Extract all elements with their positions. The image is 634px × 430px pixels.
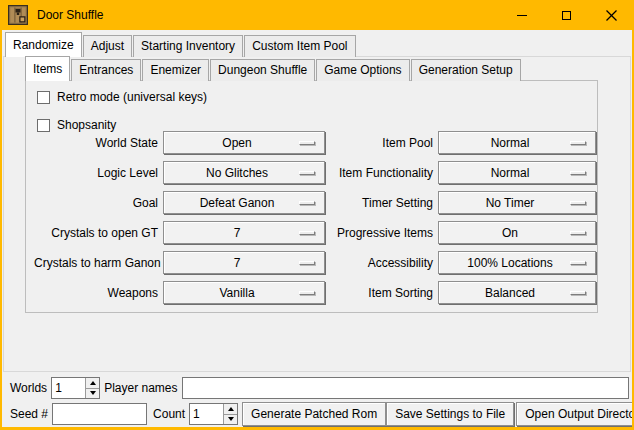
close-icon — [606, 10, 617, 21]
tab-custom-item-pool[interactable]: Custom Item Pool — [244, 35, 355, 57]
dropdown-indicator-icon — [570, 291, 586, 295]
dropdown-indicator-icon — [299, 291, 315, 295]
crystals-gt-row: Crystals to open GT 7 — [34, 221, 325, 244]
item-sorting-label: Item Sorting — [336, 286, 433, 300]
logic-level-value: No Glitches — [206, 166, 282, 180]
main-tab-bar: Randomize Adjust Starting Inventory Cust… — [5, 31, 357, 57]
tab-starting-inventory[interactable]: Starting Inventory — [133, 35, 243, 57]
window-controls — [499, 0, 634, 30]
timer-setting-row: Timer Setting No Timer — [336, 191, 596, 214]
crystals-ganon-value: 7 — [234, 256, 255, 270]
generate-patched-rom-button[interactable]: Generate Patched Rom — [242, 402, 386, 426]
spin-up-icon[interactable] — [224, 404, 237, 415]
item-pool-row: Item Pool Normal — [336, 131, 596, 154]
logic-level-row: Logic Level No Glitches — [34, 161, 325, 184]
progressive-items-value: On — [502, 226, 532, 240]
progressive-items-dropdown[interactable]: On — [438, 221, 596, 244]
window-title: Door Shuffle — [37, 8, 104, 22]
item-pool-dropdown[interactable]: Normal — [438, 131, 596, 154]
tab-adjust[interactable]: Adjust — [83, 35, 132, 57]
crystals-ganon-row: Crystals to harm Ganon 7 — [34, 251, 325, 274]
goal-label: Goal — [34, 196, 158, 210]
worlds-input[interactable] — [52, 378, 85, 398]
dropdown-indicator-icon — [570, 171, 586, 175]
tab-dungeon-shuffle[interactable]: Dungeon Shuffle — [210, 59, 315, 81]
dropdown-indicator-icon — [570, 261, 586, 265]
timer-setting-value: No Timer — [486, 196, 549, 210]
player-names-label: Player names — [104, 381, 177, 395]
multiworld-row: Worlds Player names — [10, 377, 629, 399]
progressive-items-row: Progressive Items On — [336, 221, 596, 244]
item-functionality-value: Normal — [491, 166, 544, 180]
count-label: Count — [153, 407, 185, 421]
dropdown-indicator-icon — [299, 201, 315, 205]
accessibility-label: Accessibility — [336, 256, 433, 270]
worlds-spinner-buttons — [85, 378, 99, 398]
goal-dropdown[interactable]: Defeat Ganon — [163, 191, 325, 214]
maximize-icon — [562, 11, 571, 20]
tab-randomize[interactable]: Randomize — [5, 32, 82, 57]
progressive-items-label: Progressive Items — [336, 226, 433, 240]
retro-mode-label: Retro mode (universal keys) — [57, 90, 207, 104]
crystals-gt-value: 7 — [234, 226, 255, 240]
dropdown-indicator-icon — [570, 201, 586, 205]
dropdown-indicator-icon — [570, 141, 586, 145]
open-output-directory-button[interactable]: Open Output Directory — [516, 402, 634, 426]
dropdown-indicator-icon — [299, 141, 315, 145]
weapons-value: Vanilla — [219, 286, 268, 300]
tab-items[interactable]: Items — [25, 56, 70, 81]
minimize-icon — [517, 15, 527, 16]
count-spinner-buttons — [223, 404, 237, 424]
world-state-value: Open — [222, 136, 265, 150]
logic-level-label: Logic Level — [34, 166, 158, 180]
player-names-input[interactable] — [182, 377, 630, 399]
count-input[interactable] — [190, 404, 223, 424]
dropdown-indicator-icon — [299, 261, 315, 265]
accessibility-dropdown[interactable]: 100% Locations — [438, 251, 596, 274]
maximize-button[interactable] — [544, 0, 589, 30]
goal-row: Goal Defeat Ganon — [34, 191, 325, 214]
item-sorting-dropdown[interactable]: Balanced — [438, 281, 596, 304]
retro-mode-row: Retro mode (universal keys) — [37, 89, 207, 105]
options-column-left: World State Open Logic Level No Glitches… — [34, 131, 325, 311]
world-state-row: World State Open — [34, 131, 325, 154]
timer-setting-label: Timer Setting — [336, 196, 433, 210]
weapons-dropdown[interactable]: Vanilla — [163, 281, 325, 304]
spin-down-icon[interactable] — [224, 415, 237, 425]
door-shuffle-window: Door Shuffle Randomize Adjust Starting I… — [0, 0, 634, 430]
world-state-label: World State — [34, 136, 158, 150]
tab-generation-setup[interactable]: Generation Setup — [411, 59, 521, 81]
logic-level-dropdown[interactable]: No Glitches — [163, 161, 325, 184]
tab-game-options[interactable]: Game Options — [316, 59, 409, 81]
item-functionality-dropdown[interactable]: Normal — [438, 161, 596, 184]
tab-entrances[interactable]: Entrances — [71, 59, 141, 81]
crystals-ganon-dropdown[interactable]: 7 — [163, 251, 325, 274]
app-door-icon — [8, 5, 28, 25]
spin-down-icon[interactable] — [86, 389, 99, 399]
options-column-right: Item Pool Normal Item Functionality Norm… — [336, 131, 596, 311]
world-state-dropdown[interactable]: Open — [163, 131, 325, 154]
tab-enemizer[interactable]: Enemizer — [142, 59, 209, 81]
seed-label: Seed # — [10, 407, 48, 421]
close-button[interactable] — [589, 0, 634, 30]
weapons-label: Weapons — [34, 286, 158, 300]
save-settings-button[interactable]: Save Settings to File — [386, 402, 514, 426]
timer-setting-dropdown[interactable]: No Timer — [438, 191, 596, 214]
count-spinner[interactable] — [189, 403, 238, 425]
sub-tab-bar: Items Entrances Enemizer Dungeon Shuffle… — [25, 58, 522, 81]
dropdown-indicator-icon — [570, 231, 586, 235]
dropdown-indicator-icon — [299, 231, 315, 235]
item-functionality-row: Item Functionality Normal — [336, 161, 596, 184]
accessibility-row: Accessibility 100% Locations — [336, 251, 596, 274]
item-pool-value: Normal — [491, 136, 544, 150]
accessibility-value: 100% Locations — [467, 256, 566, 270]
seed-input[interactable] — [52, 403, 147, 425]
retro-mode-checkbox[interactable] — [37, 91, 50, 104]
spin-up-icon[interactable] — [86, 378, 99, 389]
crystals-gt-dropdown[interactable]: 7 — [163, 221, 325, 244]
worlds-spinner[interactable] — [51, 377, 100, 399]
shopsanity-checkbox[interactable] — [37, 119, 50, 132]
minimize-button[interactable] — [499, 0, 544, 30]
titlebar[interactable]: Door Shuffle — [0, 0, 634, 30]
crystals-gt-label: Crystals to open GT — [34, 226, 158, 240]
